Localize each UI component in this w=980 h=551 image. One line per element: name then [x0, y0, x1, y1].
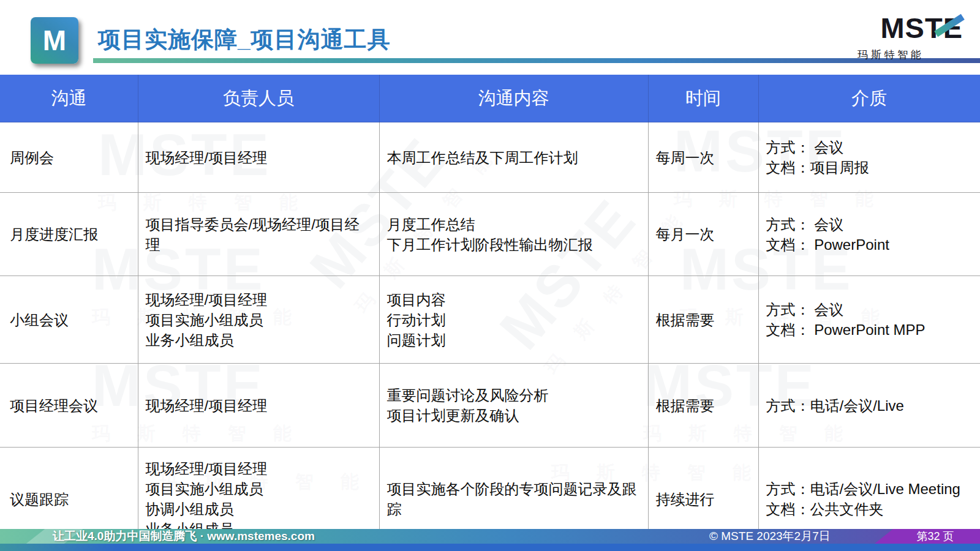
- cell-owners: 现场经理/项目经理 项目实施小组成员 业务小组成员: [138, 276, 379, 364]
- page-number-badge: 第32 页: [875, 529, 980, 544]
- cell-content: 月度工作总结 下月工作计划阶段性输出物汇报: [379, 193, 648, 276]
- cell-owners: 项目指导委员会/现场经理/项目经理: [138, 193, 379, 276]
- brand-subtitle: 玛 斯 特 智 能: [858, 48, 963, 62]
- col-header-communication: 沟通: [0, 75, 138, 122]
- cell-time: 根据需要: [648, 364, 758, 448]
- footer-bar: 让工业4.0助力中国制造腾飞 · www.mstemes.com © MSTE …: [0, 529, 980, 544]
- title-underline: [93, 58, 980, 63]
- table-header-row: 沟通 负责人员 沟通内容 时间 介质: [0, 75, 980, 122]
- brand-logo: MSTE 玛 斯 特 智 能: [858, 13, 963, 62]
- cell-medium: 方式： 会议 文档： PowerPoint: [758, 193, 980, 276]
- cell-time: 根据需要: [648, 276, 758, 364]
- cell-time: 每周一次: [648, 122, 758, 193]
- table-row: 项目经理会议 现场经理/项目经理 重要问题讨论及风险分析 项目计划更新及确认 根…: [0, 364, 980, 448]
- footer-slogan: 让工业4.0助力中国制造腾飞 · www.mstemes.com: [53, 529, 315, 544]
- cell-content: 重要问题讨论及风险分析 项目计划更新及确认: [379, 364, 648, 448]
- footer-copyright: © MSTE 2023年2月7日: [709, 529, 831, 544]
- cell-content: 本周工作总结及下周工作计划: [379, 122, 648, 193]
- cell-medium: 方式： 会议 文档：项目周报: [758, 122, 980, 193]
- cell-communication: 月度进度汇报: [0, 193, 138, 276]
- table-row: 小组会议 现场经理/项目经理 项目实施小组成员 业务小组成员 项目内容 行动计划…: [0, 276, 980, 364]
- page-title: 项目实施保障_项目沟通工具: [98, 24, 391, 55]
- col-header-medium: 介质: [758, 75, 980, 122]
- cell-content: 项目内容 行动计划 问题计划: [379, 276, 648, 364]
- footer-bottom-strip: [0, 544, 980, 551]
- cell-communication: 项目经理会议: [0, 364, 138, 448]
- brand-name: MSTE: [858, 13, 963, 43]
- col-header-time: 时间: [648, 75, 758, 122]
- col-header-owners: 负责人员: [138, 75, 379, 122]
- cell-owners: 现场经理/项目经理: [138, 122, 379, 193]
- slide: M 项目实施保障_项目沟通工具 MSTE 玛 斯 特 智 能 MSTE 玛斯特智…: [0, 0, 980, 551]
- cell-owners: 现场经理/项目经理: [138, 364, 379, 448]
- cell-time: 每月一次: [648, 193, 758, 276]
- cell-medium: 方式： 会议 文档： PowerPoint MPP: [758, 276, 980, 364]
- table-row: 月度进度汇报 项目指导委员会/现场经理/项目经理 月度工作总结 下月工作计划阶段…: [0, 193, 980, 276]
- cell-communication: 小组会议: [0, 276, 138, 364]
- company-logo-mark: M: [31, 17, 78, 64]
- cell-communication: 周例会: [0, 122, 138, 193]
- communication-table: 沟通 负责人员 沟通内容 时间 介质 周例会 现场经理/项目经理 本周工作总结及…: [0, 75, 980, 551]
- table-row: 周例会 现场经理/项目经理 本周工作总结及下周工作计划 每周一次 方式： 会议 …: [0, 122, 980, 193]
- col-header-content: 沟通内容: [379, 75, 648, 122]
- logo-letter: M: [43, 24, 66, 57]
- cell-medium: 方式：电话/会议/Live: [758, 364, 980, 448]
